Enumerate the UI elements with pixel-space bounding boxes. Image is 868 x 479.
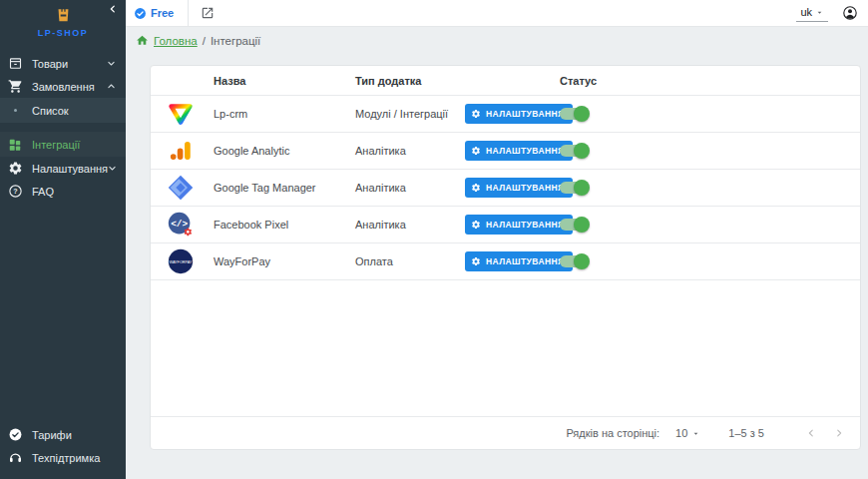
integration-name: Lp-crm: [214, 108, 355, 120]
next-page-icon[interactable]: [832, 426, 846, 440]
integrations-card: Назва Тип додатка Статус Lp-crm Модулі /…: [150, 65, 861, 450]
box-icon: [7, 56, 23, 72]
breadcrumb-home-link[interactable]: Головна: [154, 35, 198, 47]
settings-button-label: НАЛАШТУВАННЯ: [486, 109, 565, 119]
integration-type: Аналітика: [355, 182, 465, 194]
sidebar-item-integrations[interactable]: Інтеграції: [0, 132, 126, 157]
breadcrumb-current: Інтеграції: [211, 35, 260, 47]
integration-name: Google Tag Manager: [214, 182, 355, 194]
sidebar-header: LP-SHOP: [0, 0, 126, 44]
sidebar-item-label: FAQ: [32, 186, 116, 198]
rows-per-page-select[interactable]: 10: [675, 427, 700, 439]
sidebar-item-orders[interactable]: Замовлення: [0, 75, 126, 98]
lp-crm-logo: [165, 98, 197, 130]
rows-per-page-value: 10: [675, 427, 687, 439]
sidebar-item-label: Налаштування: [32, 163, 108, 175]
pagination: Рядків на сторінці: 10 1–5 з 5: [151, 416, 860, 449]
sidebar-item-list[interactable]: Список: [0, 98, 126, 123]
gear-icon: [471, 220, 481, 230]
sidebar-item-label: Техпідтримка: [32, 452, 116, 464]
sidebar-item-faq[interactable]: ? FAQ: [0, 180, 126, 203]
sidebar-item-tariffs[interactable]: Тарифи: [0, 423, 126, 446]
headset-icon: [7, 450, 23, 466]
sidebar-logo-text: LP-SHOP: [0, 28, 126, 38]
gear-icon: [471, 146, 481, 156]
status-toggle[interactable]: [560, 217, 590, 233]
bullet-icon: [7, 103, 23, 119]
integration-name: Facebook Pixel: [214, 219, 355, 231]
topbar-right: uk: [796, 4, 858, 22]
open-in-new-icon[interactable]: [201, 6, 215, 20]
settings-button-label: НАЛАШТУВАННЯ: [486, 256, 565, 266]
sidebar-item-products[interactable]: Товари: [0, 52, 126, 75]
column-header-name: Назва: [214, 75, 355, 87]
settings-button[interactable]: НАЛАШТУВАННЯ: [465, 141, 573, 161]
apps-icon: [7, 137, 23, 153]
svg-text:?: ?: [13, 188, 17, 196]
settings-button[interactable]: НАЛАШТУВАННЯ: [465, 178, 573, 198]
integration-name: WayForPay: [214, 255, 355, 267]
column-header-status: Статус: [560, 75, 597, 87]
table-header: Назва Тип додатка Статус: [151, 66, 860, 96]
sidebar-item-label: Список: [32, 105, 116, 117]
language-value: uk: [800, 6, 812, 18]
language-select[interactable]: uk: [796, 4, 828, 22]
column-header-type: Тип додатка: [355, 75, 560, 87]
settings-button[interactable]: НАЛАШТУВАННЯ: [465, 251, 573, 271]
status-toggle[interactable]: [560, 253, 590, 269]
sidebar-item-label: Замовлення: [32, 81, 107, 93]
settings-button[interactable]: НАЛАШТУВАННЯ: [465, 104, 573, 124]
sidebar-item-support[interactable]: Техпідтримка: [0, 446, 126, 469]
rows-per-page-label: Рядків на сторінці:: [566, 427, 659, 439]
google-analytics-logo: [165, 135, 197, 167]
topbar-divider: [188, 0, 189, 26]
gear-icon: [7, 161, 23, 177]
gear-icon: [471, 183, 481, 193]
chevron-down-icon: [108, 164, 117, 173]
sidebar-spacer: [0, 203, 126, 415]
svg-text:WAYFORPAY: WAYFORPAY: [170, 260, 193, 264]
shop-bag-logo-icon: [55, 6, 72, 23]
table-row: Google Tag Manager Аналітика НАЛАШТУВАНН…: [151, 170, 860, 207]
topbar: Free uk: [126, 0, 868, 27]
plan-label: Free: [151, 7, 174, 19]
sidebar-nav: Товари Замовлення Список Інтеграції: [0, 52, 126, 203]
previous-page-icon[interactable]: [804, 426, 818, 440]
table-row: </> Facebook Pixel Аналітика НАЛАШТУВАНН…: [151, 207, 860, 243]
breadcrumb-separator: /: [203, 35, 206, 47]
settings-button-label: НАЛАШТУВАННЯ: [486, 183, 565, 193]
integration-type: Аналітика: [355, 219, 465, 231]
wayforpay-logo: WAYFORPAY: [165, 245, 197, 277]
google-tag-manager-logo: [165, 172, 197, 204]
sidebar-footer-nav: Тарифи Техпідтримка: [0, 423, 126, 469]
status-toggle[interactable]: [560, 180, 590, 196]
sidebar: LP-SHOP Товари Замовлення Список: [0, 0, 126, 479]
cart-icon: [7, 79, 23, 95]
sidebar-item-settings[interactable]: Налаштування: [0, 157, 126, 180]
table-row: Lp-crm Модулі / Інтеграції НАЛАШТУВАННЯ: [151, 96, 860, 133]
integration-name: Google Analytic: [214, 145, 355, 157]
gear-icon: [471, 109, 481, 119]
settings-button[interactable]: НАЛАШТУВАННЯ: [465, 215, 573, 235]
account-circle-icon[interactable]: [842, 5, 858, 21]
chevron-down-icon: [107, 59, 116, 68]
pagination-range: 1–5 з 5: [728, 427, 764, 439]
caret-down-icon: [691, 429, 700, 438]
sidebar-item-label: Інтеграції: [32, 139, 116, 151]
home-icon: [136, 34, 149, 47]
gear-icon: [471, 256, 481, 266]
settings-button-label: НАЛАШТУВАННЯ: [486, 220, 565, 230]
breadcrumb: Головна / Інтеграції: [126, 27, 868, 65]
integration-type: Оплата: [355, 255, 465, 267]
chevron-up-icon: [107, 82, 116, 91]
verified-icon: [7, 427, 23, 443]
help-icon: ?: [7, 184, 23, 200]
status-toggle[interactable]: [560, 106, 590, 122]
status-toggle[interactable]: [560, 143, 590, 159]
table-row: WAYFORPAY WayForPay Оплата НАЛАШТУВАННЯ: [151, 243, 860, 280]
sidebar-collapse-icon[interactable]: [108, 4, 118, 14]
plan-badge[interactable]: Free: [134, 7, 174, 20]
svg-text:</>: </>: [171, 219, 188, 230]
settings-button-label: НАЛАШТУВАННЯ: [486, 146, 565, 156]
table-row: Google Analytic Аналітика НАЛАШТУВАННЯ: [151, 133, 860, 170]
